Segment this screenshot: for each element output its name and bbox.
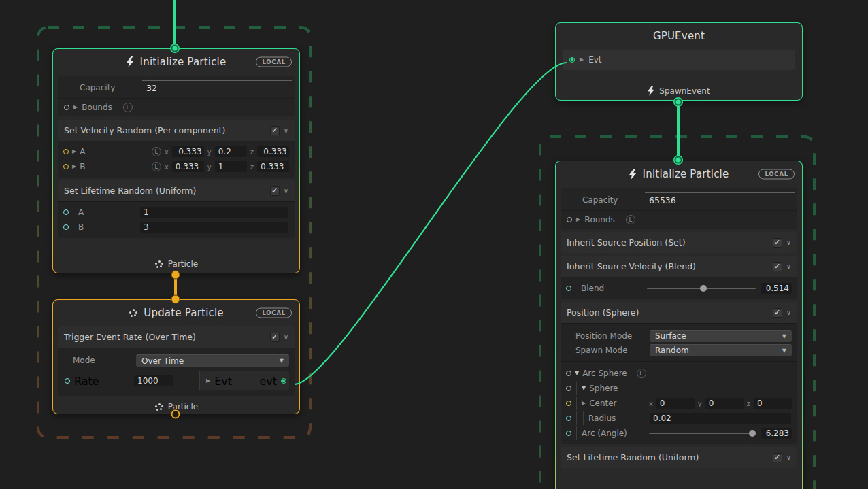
capacity-input[interactable]: 65536 — [645, 192, 795, 205]
port-a[interactable] — [63, 149, 69, 154]
block-title: Trigger Event Rate (Over Time) — [64, 332, 196, 342]
collapse-chevron-icon[interactable] — [786, 309, 791, 316]
a-input[interactable]: 1 — [140, 207, 288, 218]
block-header[interactable]: Set Lifetime Random (Uniform) — [561, 447, 797, 468]
space-badge[interactable]: L — [152, 147, 161, 156]
port-b[interactable] — [63, 164, 69, 169]
bounds-port[interactable] — [567, 217, 572, 222]
collapse-chevron-icon[interactable] — [786, 454, 791, 461]
b-input[interactable]: 3 — [140, 222, 288, 233]
evt-input-port[interactable] — [569, 57, 575, 63]
block-header[interactable]: Set Velocity Random (Per-component) — [58, 120, 295, 141]
arc-angle-value-input[interactable]: 6.283 — [761, 428, 792, 439]
collapse-chevron-icon[interactable] — [284, 333, 288, 341]
collapse-triangle-icon[interactable] — [582, 386, 586, 391]
block-header[interactable]: Trigger Event Rate (Over Time) — [58, 326, 295, 348]
center-port[interactable] — [566, 401, 571, 406]
bounds-port[interactable] — [64, 105, 69, 110]
local-badge: LOCAL — [256, 307, 292, 318]
x-input[interactable]: 0.333 — [172, 161, 204, 172]
axis-y-label: y — [207, 163, 212, 171]
y-input[interactable]: 0 — [705, 398, 744, 409]
space-badge[interactable]: L — [123, 103, 133, 112]
expand-triangle-icon[interactable] — [72, 149, 76, 154]
axis-x-label: x — [165, 148, 169, 156]
expand-triangle-icon[interactable] — [73, 105, 78, 110]
node-initialize-particle-right[interactable]: Initialize Particle LOCAL Capacity 65536… — [555, 161, 803, 489]
block-set-lifetime-random[interactable]: Set Lifetime Random (Uniform) A 1 — [58, 180, 295, 238]
expand-triangle-icon[interactable] — [582, 401, 586, 406]
collapse-chevron-icon[interactable] — [284, 127, 288, 134]
block-set-velocity-random[interactable]: Set Velocity Random (Per-component) A L … — [58, 120, 295, 178]
block-enabled-checkbox[interactable] — [270, 333, 280, 342]
z-input[interactable]: 0 — [754, 398, 792, 409]
block-header[interactable]: Inherit Source Velocity (Blend) — [561, 256, 797, 277]
collapse-chevron-icon[interactable] — [786, 239, 791, 246]
collapse-triangle-icon[interactable] — [575, 371, 579, 376]
row-a: A 1 — [63, 205, 289, 219]
blend-value-input[interactable]: 0.514 — [761, 283, 792, 294]
space-badge[interactable]: L — [637, 369, 646, 378]
node-initialize-particle-left[interactable]: Initialize Particle LOCAL Capacity 32 Bo… — [52, 48, 300, 273]
port-b[interactable] — [63, 224, 69, 230]
position-mode-dropdown[interactable]: Surface — [650, 330, 792, 342]
spawn-mode-dropdown[interactable]: Random — [650, 344, 792, 356]
expand-triangle-icon[interactable] — [206, 378, 210, 384]
node-title-row: Initialize Particle LOCAL — [556, 161, 802, 186]
block-position-sphere[interactable]: Position (Sphere) Position Mode Surface … — [561, 302, 797, 444]
radius-input[interactable]: 0.02 — [650, 413, 791, 424]
block-inherit-source-position[interactable]: Inherit Source Position (Set) — [561, 232, 797, 253]
capacity-input[interactable]: 32 — [142, 80, 292, 93]
expand-triangle-icon[interactable] — [580, 57, 584, 63]
sphere-label: Sphere — [589, 384, 618, 393]
radius-port[interactable] — [566, 416, 571, 421]
y-input[interactable]: 0.2 — [215, 146, 247, 157]
mode-dropdown[interactable]: Over Time — [136, 354, 289, 367]
block-enabled-checkbox[interactable] — [270, 186, 280, 196]
block-enabled-checkbox[interactable] — [773, 308, 782, 318]
row-label: A — [78, 207, 137, 217]
blend-slider-handle[interactable] — [700, 285, 707, 292]
rate-input[interactable]: 1000 — [134, 375, 173, 386]
block-header[interactable]: Set Lifetime Random (Uniform) — [58, 180, 295, 201]
block-header[interactable]: Position (Sphere) — [561, 302, 797, 323]
block-inherit-source-velocity[interactable]: Inherit Source Velocity (Blend) Blend 0.… — [561, 256, 797, 299]
z-input[interactable]: -0.333 — [257, 146, 289, 157]
rate-port[interactable] — [65, 378, 70, 384]
z-input[interactable]: 0.333 — [257, 161, 289, 172]
node-title: GPUEvent — [653, 30, 705, 42]
space-badge[interactable]: L — [626, 215, 635, 224]
x-input[interactable]: 0 — [656, 398, 695, 409]
block-set-lifetime-random[interactable]: Set Lifetime Random (Uniform) — [561, 447, 797, 468]
expand-triangle-icon[interactable] — [72, 164, 76, 169]
node-gpuevent[interactable]: GPUEvent Evt SpawnEvent — [555, 22, 803, 101]
axis-x-label: x — [165, 163, 169, 171]
block-trigger-event-rate[interactable]: Trigger Event Rate (Over Time) Mode Over… — [58, 326, 295, 396]
block-enabled-checkbox[interactable] — [773, 262, 782, 271]
block-enabled-checkbox[interactable] — [773, 238, 782, 248]
edge-evt-to-gpuevent[interactable] — [295, 63, 567, 384]
blend-slider[interactable] — [646, 284, 757, 292]
x-input[interactable]: -0.333 — [172, 146, 204, 157]
evt-output-port[interactable] — [281, 378, 286, 384]
y-input[interactable]: 1 — [215, 161, 247, 172]
arc-angle-slider-handle[interactable] — [749, 430, 756, 437]
axis-z-label: z — [250, 163, 254, 171]
space-badge[interactable]: L — [152, 162, 161, 171]
capacity-row: Capacity 65536 — [561, 188, 797, 211]
collapse-chevron-icon[interactable] — [284, 187, 288, 195]
block-header[interactable]: Inherit Source Position (Set) — [561, 232, 797, 253]
port-a[interactable] — [63, 209, 69, 215]
arc-angle-slider[interactable] — [648, 429, 757, 437]
arc-sphere-port[interactable] — [566, 371, 571, 376]
vfx-graph-canvas[interactable]: Initialize Particle LOCAL Capacity 32 Bo… — [0, 0, 868, 489]
arc-angle-port[interactable] — [566, 431, 571, 436]
block-enabled-checkbox[interactable] — [270, 126, 280, 135]
block-enabled-checkbox[interactable] — [773, 453, 782, 462]
expand-triangle-icon[interactable] — [576, 217, 580, 222]
sphere-port[interactable] — [566, 386, 571, 391]
collapse-chevron-icon[interactable] — [786, 263, 791, 270]
blend-port[interactable] — [566, 286, 571, 291]
spawn-mode-label: Spawn Mode — [575, 345, 646, 355]
node-update-particle[interactable]: Update Particle LOCAL Trigger Event Rate… — [52, 299, 300, 414]
